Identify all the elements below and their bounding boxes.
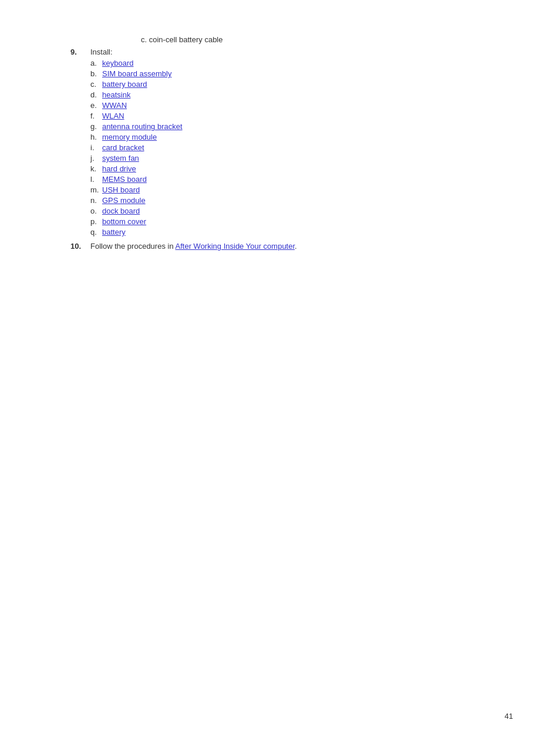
- sub-letter-o: o.: [90, 207, 102, 215]
- sub-letter-l: l.: [90, 175, 102, 184]
- list-item: a. keyboard: [90, 59, 513, 67]
- step-10-text-before: Follow the procedures in: [90, 242, 176, 251]
- sub-letter-m: m.: [90, 185, 102, 194]
- link-hard-drive[interactable]: hard drive: [102, 164, 136, 173]
- list-item: l. MEMS board: [90, 175, 513, 184]
- page-container: c. coin-cell battery cable 9. Install: a…: [0, 0, 560, 289]
- list-item: p. bottom cover: [90, 217, 513, 226]
- list-item: k. hard drive: [90, 164, 513, 173]
- link-card-bracket[interactable]: card bracket: [102, 143, 144, 152]
- sub-letter-a: a.: [90, 59, 102, 67]
- link-memory-module[interactable]: memory module: [102, 133, 157, 141]
- list-item: j. system fan: [90, 154, 513, 163]
- step-9-label: Install:: [90, 48, 113, 56]
- link-bottom-cover[interactable]: bottom cover: [102, 217, 146, 226]
- link-mems-board[interactable]: MEMS board: [102, 175, 147, 184]
- sub-letter-j: j.: [90, 154, 102, 163]
- list-item: q. battery: [90, 228, 513, 236]
- item-c-letter: c.: [141, 35, 147, 44]
- step-9-sublist: a. keyboard b. SIM board assembly c. bat…: [90, 59, 513, 236]
- sub-letter-h: h.: [90, 133, 102, 141]
- link-ush-board[interactable]: USH board: [102, 185, 140, 194]
- list-item: i. card bracket: [90, 143, 513, 152]
- link-wwan[interactable]: WWAN: [102, 101, 127, 110]
- page-number: 41: [505, 712, 513, 721]
- link-sim-board[interactable]: SIM board assembly: [102, 69, 172, 78]
- link-dock-board[interactable]: dock board: [102, 207, 140, 215]
- step-10: 10. Follow the procedures in After Worki…: [70, 242, 513, 251]
- link-system-fan[interactable]: system fan: [102, 154, 139, 163]
- sub-letter-q: q.: [90, 228, 102, 236]
- sub-letter-e: e.: [90, 101, 102, 110]
- link-gps-module[interactable]: GPS module: [102, 196, 146, 205]
- link-wlan[interactable]: WLAN: [102, 111, 124, 120]
- list-item: m. USH board: [90, 185, 513, 194]
- step-10-content: Follow the procedures in After Working I…: [90, 242, 513, 251]
- link-antenna-routing-bracket[interactable]: antenna routing bracket: [102, 122, 183, 131]
- sub-letter-k: k.: [90, 164, 102, 173]
- step-10-number: 10.: [70, 242, 88, 251]
- sub-letter-i: i.: [90, 143, 102, 152]
- sub-letter-b: b.: [90, 69, 102, 78]
- link-after-working-inside[interactable]: After Working Inside Your computer: [176, 242, 295, 251]
- link-heatsink[interactable]: heatsink: [102, 90, 130, 99]
- item-c-row: c. coin-cell battery cable: [141, 35, 513, 44]
- list-item: e. WWAN: [90, 101, 513, 110]
- step-9: 9. Install: a. keyboard b. SIM board ass…: [70, 48, 513, 238]
- sub-letter-f: f.: [90, 111, 102, 120]
- sub-letter-n: n.: [90, 196, 102, 205]
- sub-letter-p: p.: [90, 217, 102, 226]
- list-item: c. battery board: [90, 80, 513, 89]
- sub-letter-g: g.: [90, 122, 102, 131]
- list-item: h. memory module: [90, 133, 513, 141]
- list-item: f. WLAN: [90, 111, 513, 120]
- main-list: 9. Install: a. keyboard b. SIM board ass…: [70, 48, 513, 251]
- sub-letter-d: d.: [90, 90, 102, 99]
- list-item: n. GPS module: [90, 196, 513, 205]
- step-10-text-after: .: [295, 242, 297, 251]
- sub-letter-c: c.: [90, 80, 102, 89]
- list-item: d. heatsink: [90, 90, 513, 99]
- step-9-content: Install: a. keyboard b. SIM board assemb…: [90, 48, 513, 238]
- list-item: b. SIM board assembly: [90, 69, 513, 78]
- step-9-number: 9.: [70, 48, 88, 56]
- link-battery-board[interactable]: battery board: [102, 80, 147, 89]
- link-battery[interactable]: battery: [102, 228, 126, 236]
- list-item: g. antenna routing bracket: [90, 122, 513, 131]
- item-c-text: coin-cell battery cable: [149, 35, 223, 44]
- list-item: o. dock board: [90, 207, 513, 215]
- link-keyboard[interactable]: keyboard: [102, 59, 133, 67]
